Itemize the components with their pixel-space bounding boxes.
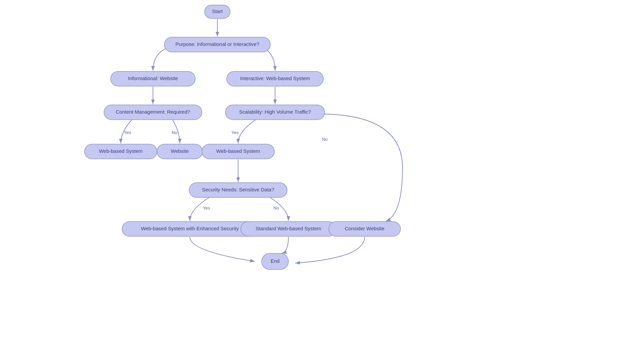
security-label: Security Needs: Sensitive Data? [202,187,274,192]
no-label-content: No [172,130,177,135]
enhanced-label: Web-based System with Enhanced Security [141,226,239,231]
yes-label-content: Yes [124,130,131,135]
scalability-label: Scalability: High Volume Traffic? [239,109,311,115]
web-system2-label: Web-based System [216,148,260,154]
content-mgmt-label: Content Management: Required? [116,109,190,115]
yes-label-security: Yes [203,205,210,210]
yes-label-scalability: Yes [231,130,239,135]
informational-label: Informational: Website [128,75,178,81]
website1-label: Website [171,148,189,154]
start-label: Start [212,8,223,14]
standard-label: Standard Web-based System [256,226,321,231]
web-system1-label: Web-based System [99,148,143,154]
no-label-security: No [273,205,279,210]
purpose-label: Purpose: Informational or Interactive? [175,41,259,47]
no-label-scalability: No [322,137,328,142]
end-label: End [271,258,280,264]
interactive-label: Interactive: Web-based System [240,75,310,81]
consider-website-label: Consider Website [345,226,384,231]
